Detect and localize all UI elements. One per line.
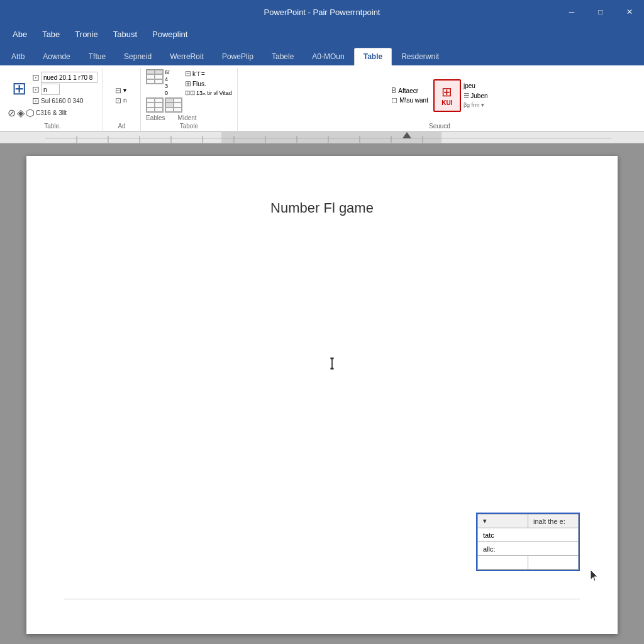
sublabel-eables: Eables [146,114,165,121]
ribbon-group-seuucd: B Aftaecr ◻ M\su want ⊞ KUI [238,68,641,131]
maximize-button[interactable]: □ [586,0,615,24]
juben-row: ≡ Juben [464,90,488,101]
tab-table[interactable]: Table [354,48,392,65]
tab-a0moun[interactable]: A0-MOun [303,48,353,65]
close-button[interactable]: ✕ [615,0,644,24]
tab-tabele[interactable]: Tabele [263,48,303,65]
mident-icon1: ⊟ [185,69,191,78]
kui-button[interactable]: ⊞ KUI [433,79,461,112]
cols-input[interactable] [41,84,60,95]
seuucd-right: jpeu ≡ Juben βg frm ▾ [464,82,488,108]
page-table: ▾ inalt the e: tatc allc: [477,514,579,570]
mident-text2: Flus. [192,80,206,87]
table-grid-1[interactable] [146,69,164,84]
ad-text2: n [123,97,127,104]
mident-group: ⊟ k⊤= ⊞ Flus. ⊡⊡ 13ﾶ tir vl Vitad [185,69,232,96]
ribbon: Attb Aownde Tftue Sepneid WerreRoit Powe… [0,44,644,132]
table-grid-3[interactable] [165,97,182,113]
page-table-container[interactable]: ▾ inalt the e: tatc allc: [476,513,580,571]
group-sublabels: Eables Mident [146,114,232,121]
ribbon-group-table: ⊞ ⊡ ⊡ ⊡ Sul 61 [3,68,103,131]
table-row-3 [478,556,579,570]
table-header-cell: inalt the e: [528,514,579,528]
toolbar-cols-row: ⊡ [32,84,97,95]
tabole-icons-row: 6/430 [146,69,232,113]
jpeu-main: jpeu [464,82,488,89]
menu-item-abe[interactable]: Abe [5,27,35,42]
sublabel-mident: Mident [178,114,197,121]
group-table-content: ⊞ ⊡ ⊡ ⊡ Sul 61 [8,69,97,121]
toolbar-other-label: C316 & 3llt [36,109,67,116]
table-icon-1[interactable]: ⊞ [8,72,31,104]
menu-item-tabust[interactable]: Tabust [106,27,145,42]
extra-text: βg frm [464,102,480,108]
tab-poweplip[interactable]: PowePlip [213,48,262,65]
ribbon-tabs: Attb Aownde Tftue Sepneid WerreRoit Powe… [0,44,644,65]
toolbar-icons-row: ⊘ ◈ ⬡ C316 & 3llt [8,107,97,119]
jpeu-icon: B [391,86,396,95]
mident-row2: ⊞ Flus. [185,79,232,88]
other-icon[interactable]: ⬡ [26,107,35,119]
table-cell-3-1[interactable] [478,556,528,570]
tab-aownde[interactable]: Aownde [34,48,79,65]
kui-button-area: ⊞ KUI [433,79,461,112]
dropdown-arrow-icon[interactable]: ▾ [483,517,487,525]
toolbar-size-icon: ⊡ [32,72,40,82]
page: Number Fl game ▾ inalt the e: tatc allc: [26,156,618,634]
seuucd-row2: ◻ M\su want [391,96,428,104]
table-row-1: tatc [478,528,579,542]
table-grid-2[interactable] [146,97,164,113]
mident-icon2: ⊞ [185,79,191,88]
group-tabole-label: Tabole [146,121,232,131]
group-tabole-content: 6/430 [146,69,232,121]
seuucd-row1: B Aftaecr [391,86,428,95]
tab-attb[interactable]: Attb [3,48,33,65]
table-cell-2-1[interactable]: allc: [478,542,579,556]
ruler-marks [45,132,644,143]
kui-label: KUI [441,99,452,106]
window-controls: ─ □ ✕ [557,0,644,24]
minimize-button[interactable]: ─ [557,0,586,24]
size-input[interactable] [41,72,97,83]
tab-resderwnit[interactable]: Resderwnit [392,48,448,65]
doc-area: Number Fl game ▾ inalt the e: tatc allc: [0,143,644,644]
eables-numbers: 6/430 [165,69,182,96]
table-header-row: ▾ inalt the e: [478,514,579,528]
table-cell-1-1[interactable]: tatc [478,528,579,542]
page-bottom-line [64,599,580,599]
menu-item-tronie[interactable]: Tronie [67,27,105,42]
tab-tftue[interactable]: Tftue [80,48,114,65]
ad-label1: ▾ [123,87,126,94]
extra-label: βg frm ▾ [464,102,488,108]
jpeu-main-label: jpeu [464,82,475,89]
tab-werreroit[interactable]: WerreRoit [161,48,213,65]
ad-icon1: ⊟ [115,86,121,95]
mident-icon3: ⊡⊡ [185,89,195,96]
jpeu2-icon: ◻ [391,96,397,104]
group-table-label: Table. [8,121,97,131]
menu-item-tabe[interactable]: Tabe [35,27,67,42]
dropdown-arrow[interactable]: ▾ [481,102,484,108]
juben-label: Juben [470,92,487,99]
eables-icons: 6/430 [146,69,182,113]
fill-icon[interactable]: ◈ [17,107,25,119]
group-seuucd-content: B Aftaecr ◻ M\su want ⊞ KUI [391,69,487,121]
ribbon-group-tabole: 6/430 [141,68,238,131]
jpeu2-label: M\su want [399,97,428,104]
ad-icon2: ⊡ [115,96,121,105]
tab-sepneid[interactable]: Sepneid [115,48,160,65]
table-dropdown-cell[interactable]: ▾ [478,514,528,528]
toolbar-pos-row: ⊡ Sul 6160 0 340 [32,96,97,106]
ruler [0,132,644,143]
ad-row2: ⊡ n [115,96,128,105]
text-cursor [328,357,336,370]
group-ad-content: ⊟ ▾ ⊡ n [115,69,128,121]
group-ad-label: Ad [108,121,135,131]
group-seuucd-label: Seuucd [243,121,636,131]
paint-icon[interactable]: ⊘ [8,107,16,119]
mident-text1: k⊤= [192,70,205,77]
menu-item-poweplint[interactable]: Poweplint [145,27,195,42]
table-cell-3-2[interactable] [528,556,579,570]
toolbar-cols-icon: ⊡ [32,84,40,94]
kui-icon: ⊞ [441,84,452,99]
